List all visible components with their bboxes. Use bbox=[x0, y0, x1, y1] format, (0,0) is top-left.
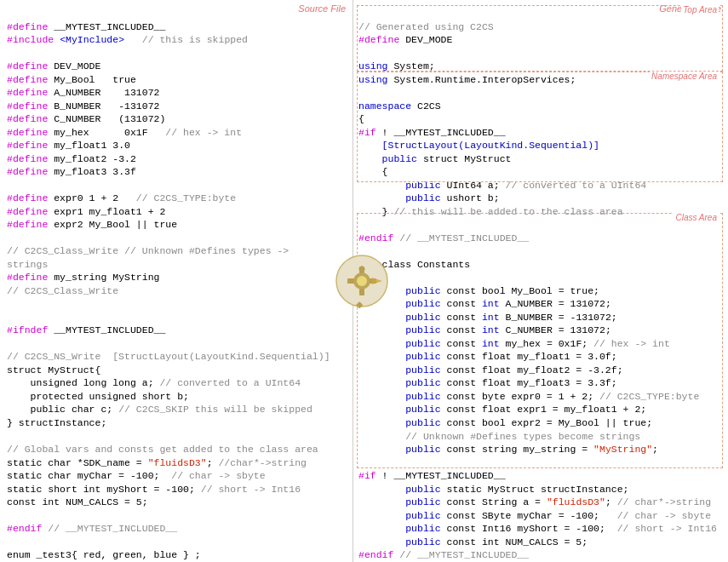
rline-17: #endif // __MYTEST_INCLUDED__ bbox=[358, 232, 529, 244]
source-file-label: Source File bbox=[298, 3, 346, 14]
line-18: // C2CS_Class_Write // Unknown #Defines … bbox=[7, 245, 289, 256]
line-8: #define C_NUMBER (131072) bbox=[7, 113, 165, 124]
rline-29: public const byte expr0 = 1 + 2; // C2CS… bbox=[358, 391, 699, 402]
line-19: strings bbox=[7, 259, 48, 270]
rline-1: // Generated using C2CS bbox=[358, 21, 494, 32]
line-39: #endif // __MYTEST_INCLUDED__ bbox=[7, 523, 177, 534]
right-panel: Generated File Top Area Namespace Area C… bbox=[353, 0, 728, 562]
line-35: static char myChar = -100; // char -> sb… bbox=[7, 470, 266, 481]
line-1: #define __MYTEST_INCLUDED__ bbox=[7, 21, 165, 32]
rline-25: public const int my_hex = 0x1F; // hex -… bbox=[358, 338, 670, 349]
line-27: struct MyStruct{ bbox=[7, 364, 100, 376]
line-12: #define my_float3 3.3f bbox=[7, 166, 136, 177]
rline-15: } // this will be added to the class are… bbox=[358, 206, 623, 217]
line-29: protected unsigned short b; bbox=[7, 391, 189, 402]
line-14: #define expr0 1 + 2 // C2CS_TYPE:byte bbox=[7, 192, 236, 204]
rline-35: #if ! __MYTEST_INCLUDED__ bbox=[358, 470, 506, 481]
rline-21: public const bool My_Bool = true; bbox=[358, 285, 599, 296]
generated-code: // Generated using C2CS #define DEV_MODE… bbox=[358, 7, 723, 562]
rline-2: #define DEV_MODE bbox=[358, 34, 452, 45]
transform-arrow bbox=[332, 251, 392, 311]
rline-32: // Unknown #Defines types become strings bbox=[358, 431, 640, 442]
rline-38: public const SByte myChar = -100; // cha… bbox=[358, 510, 711, 521]
svg-rect-5 bbox=[347, 278, 354, 284]
line-11: #define my_float2 -3.2 bbox=[7, 153, 136, 164]
line-34: static char *SDK_name = "fluidsD3"; //ch… bbox=[7, 457, 307, 468]
rline-26: public const float my_float1 = 3.0f; bbox=[358, 351, 617, 362]
rline-7: namespace C2CS bbox=[358, 100, 441, 112]
line-15: #define expr1 my_float1 + 2 bbox=[7, 206, 165, 217]
line-31: } structInstance; bbox=[7, 417, 106, 428]
rline-14: public ushort b; bbox=[358, 192, 500, 204]
line-4: #define DEV_MODE bbox=[7, 60, 100, 72]
rline-11: public struct MyStruct bbox=[358, 153, 511, 164]
rline-10: [StructLayout(LayoutKind.Sequential)] bbox=[358, 140, 599, 151]
line-33: // Global vars and consts get added to t… bbox=[7, 444, 318, 455]
line-5: #define My_Bool true bbox=[7, 74, 136, 85]
rline-31: public const bool expr2 = My_Bool || tru… bbox=[358, 417, 652, 428]
rline-12: { bbox=[358, 166, 388, 177]
rline-13: public UInt64 a; // converted to a UInt6… bbox=[358, 180, 646, 191]
line-16: #define expr2 My_Bool || true bbox=[7, 219, 177, 230]
source-code: #define __MYTEST_INCLUDED__ #include <My… bbox=[7, 7, 347, 562]
rline-39: public const Int16 myShort = -100; // sh… bbox=[358, 523, 717, 534]
line-9: #define my_hex 0x1F // hex -> int bbox=[7, 127, 242, 138]
line-30: public char c; // C2CS_SKIP this will be… bbox=[7, 404, 312, 415]
left-panel: Source File #define __MYTEST_INCLUDED__ … bbox=[0, 0, 353, 562]
rline-30: public const float expr1 = my_float1 + 2… bbox=[358, 404, 646, 415]
rline-36: public static MyStruct structInstance; bbox=[358, 484, 628, 495]
rline-23: public const int B_NUMBER = -131072; bbox=[358, 312, 617, 323]
line-28: unsigned long long a; // converted to a … bbox=[7, 377, 301, 388]
rline-27: public const float my_float2 = -3.2f; bbox=[358, 364, 623, 376]
rline-33: public const string my_string = "MyStrin… bbox=[358, 444, 658, 455]
rline-8: { bbox=[358, 113, 364, 124]
line-10: #define my_float1 3.0 bbox=[7, 140, 130, 151]
line-20: #define my_string MyString bbox=[7, 272, 159, 283]
svg-rect-4 bbox=[359, 289, 364, 295]
line-blank1 bbox=[7, 312, 13, 323]
rline-9: #if ! __MYTEST_INCLUDED__ bbox=[358, 127, 506, 138]
rline-28: public const float my_float3 = 3.3f; bbox=[358, 377, 617, 388]
line-37: const int NUM_CALCS = 5; bbox=[7, 496, 148, 508]
line-26: // C2CS_NS_Write [StructLayout(LayoutKin… bbox=[7, 351, 330, 362]
rline-5: using System.Runtime.InteropServices; bbox=[358, 74, 576, 85]
rline-24: public const int C_NUMBER = 131072; bbox=[358, 324, 611, 335]
rline-41: #endif // __MYTEST_INCLUDED__ bbox=[358, 549, 529, 560]
line-21: // C2CS_Class_Write bbox=[7, 285, 118, 296]
line-36: static short int myShort = -100; // shor… bbox=[7, 484, 301, 495]
line-41: enum _test3{ red, green, blue } ; bbox=[7, 549, 201, 560]
line-2: #include <MyInclude> // this is skipped bbox=[7, 34, 248, 45]
line-6: #define A_NUMBER 131072 bbox=[7, 87, 159, 98]
rline-22: public const int A_NUMBER = 131072; bbox=[358, 298, 611, 309]
rline-37: public const String a = "fluidsD3"; // c… bbox=[358, 496, 711, 508]
rline-40: public const int NUM_CALCS = 5; bbox=[358, 536, 588, 548]
generated-file-label: Generated File bbox=[659, 3, 721, 14]
rline-4: using System; bbox=[358, 60, 435, 72]
line-7: #define B_NUMBER -131072 bbox=[7, 100, 159, 112]
svg-point-2 bbox=[357, 276, 367, 286]
line-24: #ifndef __MYTEST_INCLUDED__ bbox=[7, 324, 165, 335]
